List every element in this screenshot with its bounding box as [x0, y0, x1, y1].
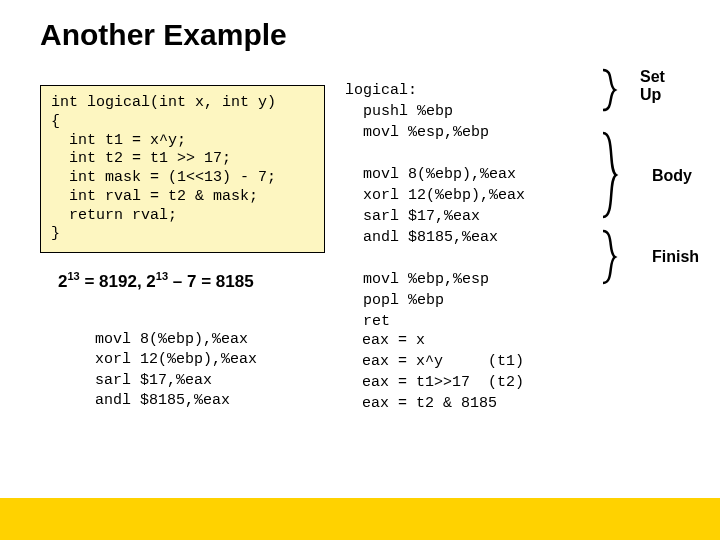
c-source-code: int logical(int x, int y) { int t1 = x^y…: [40, 85, 325, 253]
brace-setup-icon: [600, 68, 630, 112]
footer-band: [0, 498, 720, 540]
asm-snippet-left: movl 8(%ebp),%eax xorl 12(%ebp),%eax sar…: [95, 330, 257, 411]
slide: Another Example int logical(int x, int y…: [0, 0, 720, 540]
register-trace: eax = x eax = x^y (t1) eax = t1>>17 (t2)…: [362, 330, 524, 414]
asm-full-listing: logical: pushl %ebp movl %esp,%ebp movl …: [345, 80, 525, 332]
label-finish: Finish: [652, 248, 699, 266]
label-body: Body: [652, 167, 692, 185]
formula-text: 213 = 8192, 213 – 7 = 8185: [58, 270, 254, 292]
slide-title: Another Example: [40, 18, 680, 52]
brace-body-icon: [600, 130, 630, 220]
label-setup: Set Up: [640, 68, 665, 105]
brace-finish-icon: [600, 228, 630, 286]
